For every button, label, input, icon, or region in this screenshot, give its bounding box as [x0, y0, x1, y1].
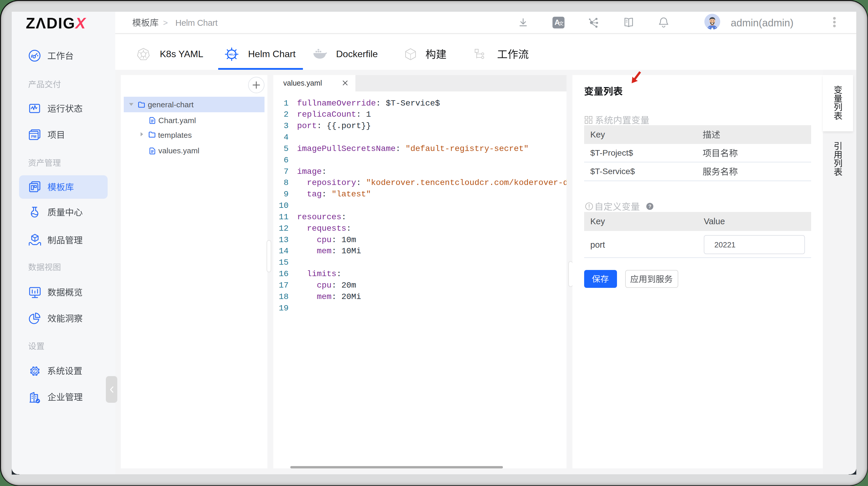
svg-text:HELM: HELM [229, 53, 237, 56]
svg-text:PM: PM [31, 134, 36, 139]
svg-text:?: ? [648, 204, 651, 209]
svg-text:Z: Z [34, 369, 36, 374]
